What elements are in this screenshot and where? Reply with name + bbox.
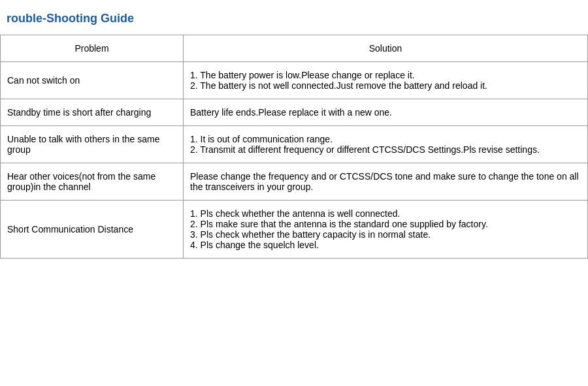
- solution-cell: 1. Pls check whether the antenna is well…: [184, 201, 588, 259]
- solution-cell: 1. It is out of communication range.2. T…: [184, 126, 588, 163]
- solution-line: 2. Transmit at different frequency or di…: [190, 144, 540, 155]
- table-row: Unable to talk with others in the same g…: [1, 126, 588, 163]
- problem-cell: Short Communication Distance: [1, 201, 184, 259]
- problem-cell: Can not switch on: [1, 62, 184, 99]
- page-container: rouble-Shooting Guide Problem Solution C…: [0, 0, 588, 386]
- table-row: Short Communication Distance1. Pls check…: [1, 201, 588, 259]
- solution-cell: Battery life ends.Please replace it with…: [184, 99, 588, 126]
- problem-cell: Unable to talk with others in the same g…: [1, 126, 184, 163]
- solution-line: 2. Pls make sure that the antenna is the…: [190, 219, 488, 229]
- problem-cell: Standby time is short after charging: [1, 99, 184, 126]
- solution-line: 1. It is out of communication range.: [190, 134, 333, 144]
- trouble-shooting-table: Problem Solution Can not switch on1. The…: [0, 35, 588, 259]
- table-row: Hear other voices(not from the same grou…: [1, 163, 588, 201]
- solution-line: 2. The battery is not well connected.Jus…: [190, 80, 487, 91]
- solution-cell: 1. The battery power is low.Please chang…: [184, 62, 588, 99]
- solution-cell: Please change the frequency and or CTCSS…: [184, 163, 588, 201]
- solution-line: Please change the frequency and or CTCSS…: [190, 171, 579, 192]
- header-solution: Solution: [184, 35, 588, 62]
- solution-line: 1. Pls check whether the antenna is well…: [190, 208, 400, 219]
- page-title: rouble-Shooting Guide: [0, 7, 588, 32]
- problem-cell: Hear other voices(not from the same grou…: [1, 163, 184, 201]
- solution-line: Battery life ends.Please replace it with…: [190, 107, 392, 118]
- header-problem: Problem: [1, 35, 184, 62]
- solution-line: 3. Pls check whether the battery capacit…: [190, 229, 431, 240]
- table-row: Can not switch on1. The battery power is…: [1, 62, 588, 99]
- table-row: Standby time is short after chargingBatt…: [1, 99, 588, 126]
- solution-line: 1. The battery power is low.Please chang…: [190, 70, 415, 80]
- solution-line: 4. Pls change the squelch level.: [190, 240, 319, 250]
